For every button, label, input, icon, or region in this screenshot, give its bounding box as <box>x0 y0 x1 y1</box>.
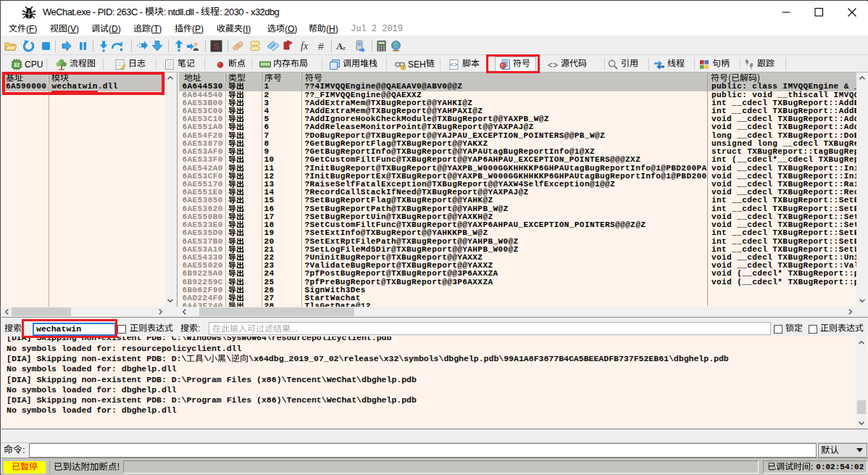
svg-text:z: z <box>343 44 346 51</box>
svg-text:<>: <> <box>450 62 458 69</box>
svg-text:fx: fx <box>301 41 309 51</box>
svg-text:<>: <> <box>548 60 558 70</box>
svg-text:S: S <box>214 41 219 51</box>
svg-text:?: ? <box>402 65 405 70</box>
svg-text:32: 32 <box>14 62 20 67</box>
svg-text:#: # <box>318 41 324 52</box>
